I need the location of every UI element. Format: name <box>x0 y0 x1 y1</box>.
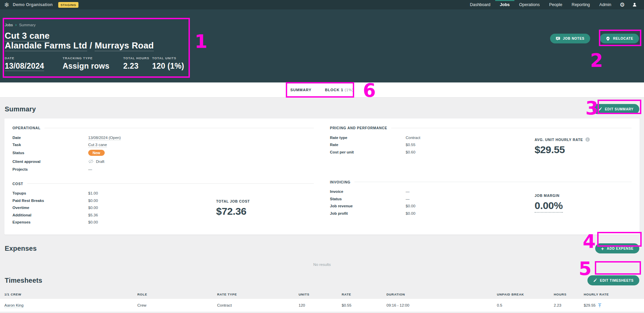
status-badge-new[interactable]: New <box>88 150 105 156</box>
job-title: Cut 3 cane Alandale Farms Ltd / Murrays … <box>5 31 639 50</box>
nav-item-people[interactable]: People <box>544 0 567 9</box>
top-nav-bar: ❄ Demo Organisation STAGING Dashboard Jo… <box>0 0 644 9</box>
meta-hours-value: 2.23 <box>123 62 152 71</box>
approval-value: Draft <box>96 160 104 164</box>
org-logo-snowflake-icon: ❄ <box>4 2 9 8</box>
row-projects: Projects — <box>12 166 314 173</box>
meta-hours-label: TOTAL HOURS <box>123 56 152 60</box>
pencil-icon <box>593 278 597 282</box>
job-margin-kpi: JOB MARGIN 0.00% <box>535 194 615 213</box>
row-task: Task Cut 3 cane <box>12 141 314 149</box>
total-job-cost-kpi: TOTAL JOB COST $72.36 <box>216 199 297 217</box>
job-header: Jobs › Summary Cut 3 cane Alandale Farms… <box>0 9 644 82</box>
date-value[interactable]: 13/08/2024 (Open) <box>88 136 121 140</box>
tab-block-1[interactable]: BLOCK 1 (1%) <box>318 82 360 97</box>
settings-gear-icon[interactable]: ⚙ <box>616 0 629 9</box>
edit-timesheets-button[interactable]: EDIT TIMESHEETS <box>587 275 639 285</box>
expenses-empty-state: No results <box>0 253 644 270</box>
timesheets-section-head: Timesheets EDIT TIMESHEETS <box>0 270 644 285</box>
divider <box>44 128 314 128</box>
eye-off-icon <box>88 159 94 164</box>
col-hourly-rate: HOURLY RATE <box>584 292 640 296</box>
cell-duration: 09:16 - 12:00 <box>386 303 497 307</box>
cell-unpaid-break: 0.5 <box>497 303 554 307</box>
breadcrumb-jobs-link[interactable]: Jobs <box>5 23 13 27</box>
invoicing-heading: INVOICING <box>330 180 350 184</box>
timesheet-row: Aaron King Crew Contract 120 $0.55 09:16… <box>0 299 644 312</box>
meta-tracking-value: Assign rows <box>63 62 123 71</box>
job-title-client[interactable]: Alandale Farms Ltd <box>5 40 87 51</box>
cell-rate: $0.55 <box>342 303 386 307</box>
pencil-icon <box>598 107 602 111</box>
nav-item-dashboard[interactable]: Dashboard <box>465 0 495 9</box>
row-expenses: Expenses $0.00 <box>12 219 314 226</box>
avg-unit-hourly-rate-kpi: AVG. UNIT HOURLY RATE i $29.55 <box>535 137 615 155</box>
col-units: UNITS <box>299 292 342 296</box>
cell-hours: 2.23 <box>554 303 584 307</box>
divider <box>354 182 632 182</box>
job-notes-button[interactable]: JOB NOTES <box>550 34 590 43</box>
summary-left-column: OPERATIONAL Date 13/08/2024 (Open) Task … <box>12 126 314 226</box>
meta-tracking-type: TRACKING TYPE Assign rows <box>63 56 123 71</box>
user-account-icon[interactable] <box>629 0 641 9</box>
job-header-buttons: JOB NOTES RELOCATE <box>550 34 639 43</box>
expenses-section-head: Expenses + ADD EXPENSE <box>0 235 644 253</box>
cell-hourly-rate: $29.55 <box>584 303 596 307</box>
meta-date-value[interactable]: 13/08/2024 <box>5 62 63 71</box>
job-title-task[interactable]: Cut 3 cane <box>5 31 50 41</box>
col-duration: DURATION <box>386 292 497 296</box>
tab-block-1-percent: (1%) <box>345 88 354 92</box>
staging-badge: STAGING <box>58 2 79 8</box>
divider <box>27 183 314 184</box>
summary-heading: Summary <box>5 105 36 113</box>
nav-item-admin[interactable]: Admin <box>595 0 616 9</box>
job-margin-value[interactable]: 0.00% <box>535 200 563 213</box>
pricing-heading: PRICING AND PERFORMANCE <box>330 126 387 130</box>
add-expense-button[interactable]: + ADD EXPENSE <box>595 243 639 253</box>
meta-date: DATE 13/08/2024 <box>5 56 63 71</box>
avg-unit-hourly-rate-value: $29.55 <box>535 144 615 155</box>
tab-summary[interactable]: SUMMARY <box>283 82 318 97</box>
operational-group: OPERATIONAL Date 13/08/2024 (Open) Task … <box>12 126 314 173</box>
invoicing-group: INVOICING Invoice — Status — Job revenue… <box>330 180 632 217</box>
breadcrumb-current: Summary <box>19 23 36 27</box>
cost-group: COST Topups $1.00 Paid Rest Breaks $0.00… <box>12 182 314 226</box>
job-meta-row: DATE 13/08/2024 TRACKING TYPE Assign row… <box>5 56 639 71</box>
operational-heading: OPERATIONAL <box>12 126 40 130</box>
col-unpaid-break: UNPAID BREAK <box>497 292 554 296</box>
meta-units-value: 120 (1%) <box>152 62 184 71</box>
spacer <box>330 156 632 171</box>
chat-bubble-icon <box>556 36 560 41</box>
plus-icon: + <box>601 246 604 251</box>
edit-summary-button[interactable]: EDIT SUMMARY <box>592 104 639 114</box>
relocate-button[interactable]: RELOCATE <box>600 34 639 43</box>
nav-item-reporting[interactable]: Reporting <box>567 0 595 9</box>
row-client-approval: Client approval Draft <box>12 157 314 166</box>
expenses-heading: Expenses <box>5 245 37 252</box>
row-date: Date 13/08/2024 (Open) <box>12 134 314 141</box>
rate-to-top-arrow-icon[interactable] <box>598 303 602 308</box>
relocate-pin-check-icon <box>606 36 610 41</box>
crew-member-link[interactable]: Aaron King <box>4 303 24 308</box>
info-icon[interactable]: i <box>585 137 590 142</box>
meta-total-units: TOTAL UNITS 120 (1%) <box>152 56 184 71</box>
timesheets-table: 1/1 CREW ROLE RATE TYPE UNITS RATE DURAT… <box>0 290 644 312</box>
meta-tracking-label: TRACKING TYPE <box>63 56 123 60</box>
row-status: Status New <box>12 148 314 157</box>
task-value[interactable]: Cut 3 cane <box>88 143 107 147</box>
nav-item-jobs[interactable]: Jobs <box>495 0 514 9</box>
nav-item-operations[interactable]: Operations <box>514 0 544 9</box>
pricing-group: PRICING AND PERFORMANCE Rate type Contra… <box>330 126 632 171</box>
meta-date-label: DATE <box>5 56 63 60</box>
timesheets-header-row: 1/1 CREW ROLE RATE TYPE UNITS RATE DURAT… <box>0 290 644 299</box>
col-role: ROLE <box>137 292 217 296</box>
job-title-separator: / <box>87 40 95 50</box>
cost-heading: COST <box>12 182 23 186</box>
meta-units-label: TOTAL UNITS <box>152 56 184 60</box>
job-title-location[interactable]: Murrays Road <box>95 40 154 51</box>
projects-value: — <box>88 167 92 171</box>
timesheets-heading: Timesheets <box>5 277 42 284</box>
col-crew: 1/1 CREW <box>4 292 137 296</box>
row-topups: Topups $1.00 <box>12 190 314 197</box>
job-tab-bar: SUMMARY BLOCK 1 (1%) <box>0 82 644 98</box>
